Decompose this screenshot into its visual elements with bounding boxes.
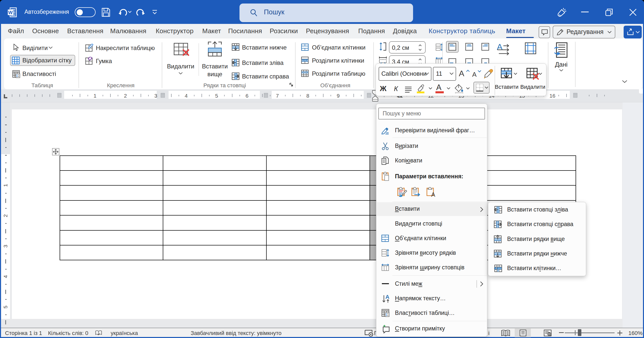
svg-text:W: W [8, 10, 13, 15]
svg-text:A: A [497, 42, 503, 52]
svg-text:A: A [431, 191, 435, 197]
svg-text:A: A [385, 294, 389, 300]
